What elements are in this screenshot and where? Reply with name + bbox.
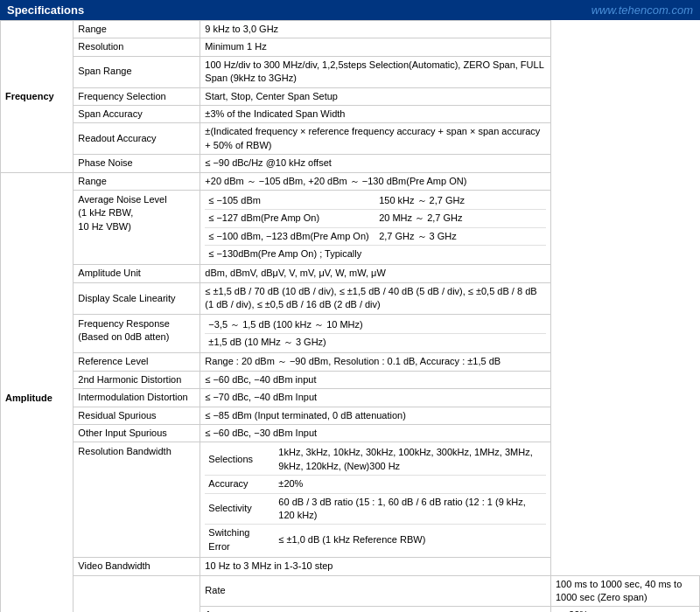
category-sweep: SWEEP — [74, 575, 200, 612]
value-rbw: Selections 1kHz, 3kHz, 10kHz, 30kHz, 100… — [200, 442, 551, 558]
page-title: Specifications — [7, 3, 84, 17]
page-header: Specifications www.tehencom.com — [0, 0, 700, 20]
table-row: −3,5 ～ 1,5 dB (100 kHz ～ 10 MHz) — [205, 316, 546, 334]
table-row: 2nd Harmonic Distortion ≤ −60 dBc, −40 d… — [1, 371, 700, 388]
value-freq-response: −3,5 ～ 1,5 dB (100 kHz ～ 10 MHz) ±1,5 dB… — [200, 314, 551, 353]
table-row: Accuracy ±20% — [205, 476, 546, 493]
table-row: Average Noise Level(1 kHz RBW,10 Hz VBW)… — [1, 190, 700, 265]
value-sweep-accuracy: ≤ ±20% — [550, 607, 699, 612]
value-amp-range: +20 dBm ～ −105 dBm, +20 dBm ～ −130 dBm(P… — [200, 172, 551, 190]
value-amp-unit: dBm, dBmV, dBμV, V, mV, μV, W, mW, μW — [200, 265, 551, 282]
table-row: Resolution Bandwidth Selections 1kHz, 3k… — [1, 442, 700, 558]
table-row: Frequency Response(Based on 0dB atten) −… — [1, 314, 700, 353]
value-noise-level: ≤ −105 dBm 150 kHz ～ 2,7 GHz ≤ −127 dBm(… — [200, 190, 551, 265]
value-sweep-rate: 100 ms to 1000 sec, 40 ms to 1000 sec (Z… — [550, 575, 699, 607]
table-row: Span Accuracy ±3% of the Indicated Span … — [1, 105, 700, 122]
table-row: Residual Spurious ≤ −85 dBm (Input termi… — [1, 407, 700, 424]
table-row: Amplitude Range +20 dBm ～ −105 dBm, +20 … — [1, 172, 700, 190]
param-range: Range — [74, 21, 200, 38]
table-row: Other Input Spurious ≤ −60 dBc, −30 dBm … — [1, 424, 700, 442]
value-span-accuracy: ±3% of the Indicated Span Width — [200, 105, 551, 122]
param-sweep-accuracy: Accuracy — [200, 607, 551, 612]
value-vbw: 10 Hz to 3 MHz in 1-3-10 step — [200, 558, 551, 575]
param-amp-range: Range — [74, 172, 200, 190]
param-other-spurious: Other Input Spurious — [74, 424, 200, 442]
table-row: Display Scale Linearity ≤ ±1,5 dB / 70 d… — [1, 282, 700, 314]
param-amp-unit: Amplitude Unit — [74, 265, 200, 282]
table-row: Video Bandwidth 10 Hz to 3 MHz in 1-3-10… — [1, 558, 700, 575]
table-row: Phase Noise ≤ −90 dBc/Hz @10 kHz offset — [1, 155, 700, 172]
table-row: ≤ −100 dBm, −123 dBm(Pre Amp On) 2,7 GHz… — [205, 227, 546, 245]
category-frequency: Frequency — [1, 21, 74, 173]
table-row: Amplitude Unit dBm, dBmV, dBμV, V, mV, μ… — [1, 265, 700, 282]
noise-table: ≤ −105 dBm 150 kHz ～ 2,7 GHz ≤ −127 dBm(… — [205, 192, 546, 263]
param-resolution: Resolution — [74, 38, 200, 56]
param-2nd-harmonic: 2nd Harmonic Distortion — [74, 371, 200, 388]
table-row: ≤ −105 dBm 150 kHz ～ 2,7 GHz — [205, 192, 546, 210]
param-sweep-rate: Rate — [200, 575, 551, 607]
param-vbw: Video Bandwidth — [74, 558, 200, 575]
value-readout-accuracy: ±(Indicated frequency × reference freque… — [200, 123, 551, 155]
param-freq-selection: Frequency Selection — [74, 87, 200, 105]
param-span-accuracy: Span Accuracy — [74, 105, 200, 122]
param-intermod: Intermodulation Distortion — [74, 389, 200, 407]
freq-response-table: −3,5 ～ 1,5 dB (100 kHz ～ 10 MHz) ±1,5 dB… — [205, 316, 546, 351]
param-phase-noise: Phase Noise — [74, 155, 200, 172]
value-phase-noise: ≤ −90 dBc/Hz @10 kHz offset — [200, 155, 551, 172]
value-range: 9 kHz to 3,0 GHz — [200, 21, 551, 38]
table-row: Frequency Selection Start, Stop, Center … — [1, 87, 700, 105]
table-row: Switching Error ≤ ±1,0 dB (1 kHz Referen… — [205, 525, 546, 555]
value-other-spurious: ≤ −60 dBc, −30 dBm Input — [200, 424, 551, 442]
value-span-range: 100 Hz/div to 300 MHz/div, 1,2,5steps Se… — [200, 56, 551, 87]
param-freq-response: Frequency Response(Based on 0dB atten) — [74, 314, 200, 353]
watermark: www.tehencom.com — [592, 3, 693, 17]
param-rbw: Resolution Bandwidth — [74, 442, 200, 558]
value-intermod: ≤ −70 dBc, −40 dBm Input — [200, 389, 551, 407]
table-row: Intermodulation Distortion ≤ −70 dBc, −4… — [1, 389, 700, 407]
param-display-scale: Display Scale Linearity — [74, 282, 200, 314]
table-row: ≤ −127 dBm(Pre Amp On) 20 MHz ～ 2,7 GHz — [205, 210, 546, 227]
category-amplitude: Amplitude — [1, 172, 74, 612]
param-noise-level: Average Noise Level(1 kHz RBW,10 Hz VBW) — [74, 190, 200, 265]
param-ref-level: Reference Level — [74, 353, 200, 371]
param-span-range: Span Range — [74, 56, 200, 87]
param-readout-accuracy: Readout Accuracy — [74, 123, 200, 155]
table-row: SWEEP Rate 100 ms to 1000 sec, 40 ms to … — [1, 575, 700, 607]
rbw-table: Selections 1kHz, 3kHz, 10kHz, 30kHz, 100… — [205, 444, 546, 555]
table-row: Selectivity 60 dB / 3 dB ratio (15 : 1, … — [205, 493, 546, 525]
value-residual-spurious: ≤ −85 dBm (Input terminated, 0 dB attenu… — [200, 407, 551, 424]
value-display-scale: ≤ ±1,5 dB / 70 dB (10 dB / div), ≤ ±1,5 … — [200, 282, 551, 314]
param-residual-spurious: Residual Spurious — [74, 407, 200, 424]
table-row: Frequency Range 9 kHz to 3,0 GHz — [1, 21, 700, 38]
table-row: ≤ −130dBm(Pre Amp On) ; Typically — [205, 246, 546, 263]
value-ref-level: Range : 20 dBm ～ −90 dBm, Resolution : 0… — [200, 353, 551, 371]
table-row: Selections 1kHz, 3kHz, 10kHz, 30kHz, 100… — [205, 444, 546, 475]
table-row: Reference Level Range : 20 dBm ～ −90 dBm… — [1, 353, 700, 371]
value-resolution: Minimum 1 Hz — [200, 38, 551, 56]
table-row: ±1,5 dB (10 MHz ～ 3 GHz) — [205, 334, 546, 351]
value-freq-selection: Start, Stop, Center Span Setup — [200, 87, 551, 105]
table-row: Resolution Minimum 1 Hz — [1, 38, 700, 56]
table-row: Span Range 100 Hz/div to 300 MHz/div, 1,… — [1, 56, 700, 87]
value-2nd-harmonic: ≤ −60 dBc, −40 dBm input — [200, 371, 551, 388]
table-row: Readout Accuracy ±(Indicated frequency ×… — [1, 123, 700, 155]
specs-table: Frequency Range 9 kHz to 3,0 GHz Resolut… — [0, 20, 700, 612]
